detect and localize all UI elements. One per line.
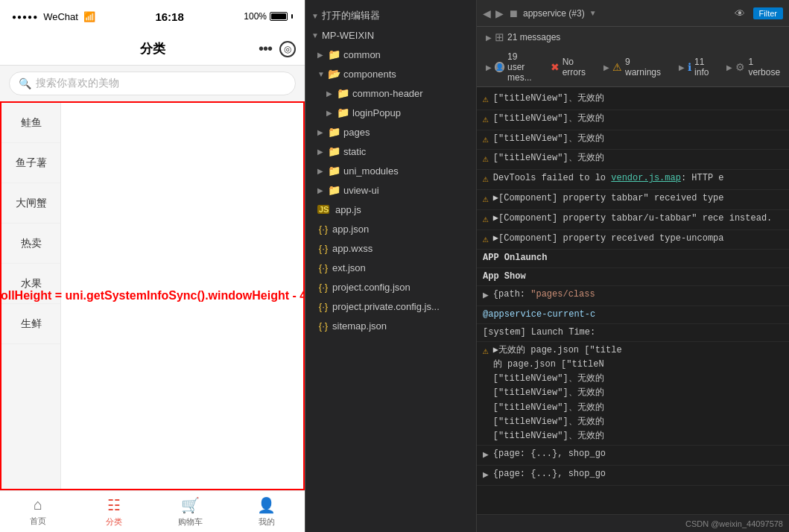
tree-folder-loginpopup[interactable]: ▶ 📁 loginPopup xyxy=(305,103,476,122)
category-item-yuzishu[interactable]: 鱼子薯 xyxy=(1,143,60,183)
scan-icon[interactable]: ◎ xyxy=(279,41,296,57)
carrier-label: WeChat xyxy=(43,11,78,22)
category-item-remao[interactable]: 热卖 xyxy=(1,224,60,264)
tree-file-appjs[interactable]: JS app.js xyxy=(305,200,476,219)
folder-icon: 📁 xyxy=(337,107,349,118)
warnings[interactable]: ▶ ⚠ 9 warnings xyxy=(601,55,664,79)
tree-uni-modules-label: uni_modules xyxy=(343,165,399,177)
tree-folder-common-header[interactable]: ▶ 📁 common-header xyxy=(305,83,476,103)
tree-folder-uni-modules[interactable]: ▶ 📁 uni_modules xyxy=(305,161,476,180)
console-text: APP Onlaunch xyxy=(483,251,547,265)
chevron-right-icon: ▶ xyxy=(317,167,325,175)
tree-projectprivate-label: project.private.config.js... xyxy=(332,301,440,312)
expand-icon: ▶ xyxy=(483,448,489,463)
info-label: 11 info xyxy=(694,57,709,77)
category-label: 热卖 xyxy=(21,237,42,250)
info-count[interactable]: ▶ ℹ 11 info xyxy=(676,55,712,79)
search-box[interactable]: 🔍 搜索你喜欢的美物 xyxy=(9,72,296,95)
tab-mine[interactable]: 👤 我的 xyxy=(229,496,305,528)
tree-appjson-label: app.json xyxy=(332,224,369,235)
source-map-link[interactable]: vendor.js.map xyxy=(611,173,681,183)
tab-cart[interactable]: 🛒 购物车 xyxy=(153,496,229,528)
warning-icon: ⚠ xyxy=(612,61,622,73)
category-main xyxy=(61,103,303,489)
tree-uview-ui-label: uview-ui xyxy=(343,185,379,196)
status-battery: 100% xyxy=(244,11,293,22)
warning-icon: ⚠ xyxy=(483,192,489,208)
console-text: ["titleNView"]、无效的 xyxy=(493,151,604,165)
category-label: 鱼子薯 xyxy=(16,156,47,170)
tab-home[interactable]: ⌂ 首页 xyxy=(0,496,76,527)
tree-file-sitemap[interactable]: {·} sitemap.json xyxy=(305,316,476,335)
console-text: ▶[Component] property received type-unco… xyxy=(493,232,724,246)
tree-folder-pages[interactable]: ▶ 📁 pages xyxy=(305,122,476,142)
console-line: ⚠ ["titleNView"]、无效的 xyxy=(477,150,789,170)
category-label: 大闸蟹 xyxy=(16,197,47,210)
phone-simulator: ●●●●● WeChat 📶 16:18 100% 分类 ••• ◎ 🔍 搜索你… xyxy=(0,0,305,532)
tree-folder-components[interactable]: ▼ 📂 components xyxy=(305,64,476,83)
tree-file-appjson[interactable]: {·} app.json xyxy=(305,219,476,238)
filter-button[interactable]: Filter xyxy=(753,7,783,19)
console-nav-prev[interactable]: ◀ xyxy=(483,7,491,19)
tree-folder-static[interactable]: ▶ 📁 static xyxy=(305,142,476,161)
verbose[interactable]: ▶ ⚙ 1 verbose xyxy=(723,55,783,79)
category-item-yuyu[interactable]: 鲑鱼 xyxy=(1,103,60,143)
total-messages[interactable]: ▶ ⊞ 21 messages xyxy=(483,29,563,45)
tab-category[interactable]: ☷ 分类 xyxy=(76,496,152,528)
json-file-icon: {·} xyxy=(317,301,329,312)
console-stop-icon[interactable]: ⏹ xyxy=(508,7,519,19)
appservice-label: appservice (#3) xyxy=(523,8,585,19)
console-line: ⚠ ▶[Component] property received type-un… xyxy=(477,230,789,250)
folder-icon: 📁 xyxy=(337,87,349,99)
tree-open-editors-label: 打开的编辑器 xyxy=(322,9,380,22)
category-item-shengxian[interactable]: 生鲜 xyxy=(1,304,60,344)
tree-file-extjson[interactable]: {·} ext.json xyxy=(305,258,476,277)
tree-projectconfig-label: project.config.json xyxy=(332,282,411,293)
console-line: [system] Launch Time: xyxy=(477,324,789,342)
console-appservice: @appservice-current-c xyxy=(483,308,595,322)
eye-icon[interactable]: 👁 xyxy=(731,4,749,22)
tree-open-editors[interactable]: ▼ 打开的编辑器 xyxy=(305,6,476,25)
message-counts-bar: ▶ ⊞ 21 messages ▶ 👤 19 user mes... ✖ xyxy=(477,27,789,87)
json-file-icon: {·} xyxy=(317,320,329,332)
warnings-count: 9 warnings xyxy=(625,57,661,77)
info-icon: ℹ xyxy=(688,61,691,73)
user-msg-dot: 👤 xyxy=(495,62,504,72)
tree-file-projectprivate[interactable]: {·} project.private.config.js... xyxy=(305,297,476,316)
wxss-file-icon: {·} xyxy=(317,243,329,254)
category-icon: ☷ xyxy=(107,496,121,514)
console-text: ["titleNView"]、无效的 xyxy=(493,132,604,146)
category-item-shuiguo[interactable]: 水果 xyxy=(1,264,60,304)
grid-icon: ⊞ xyxy=(495,31,504,44)
status-bar: ●●●●● WeChat 📶 16:18 100% xyxy=(0,0,305,33)
json-file-icon: {·} xyxy=(317,224,329,235)
tree-folder-uview-ui[interactable]: ▶ 📁 uview-ui xyxy=(305,180,476,200)
console-text: ▶无效的 page.json ["title的 page.json ["titl… xyxy=(493,343,622,443)
tree-folder-common[interactable]: ▶ 📁 common xyxy=(305,45,476,64)
msg-bar-row: ▶ ⊞ 21 messages xyxy=(477,27,789,48)
tree-mp-weixin[interactable]: ▼ MP-WEIXIN xyxy=(305,25,476,45)
category-item-dahao[interactable]: 大闸蟹 xyxy=(1,183,60,224)
ide-panel: ▼ 打开的编辑器 ▼ MP-WEIXIN ▶ 📁 common ▼ 📂 comp… xyxy=(305,0,789,532)
warning-icon: ⚠ xyxy=(483,152,489,168)
tab-home-label: 首页 xyxy=(30,516,46,527)
tree-file-appwxss[interactable]: {·} app.wxss xyxy=(305,238,476,258)
tree-file-projectconfig[interactable]: {·} project.config.json xyxy=(305,277,476,297)
console-nav-next[interactable]: ▶ xyxy=(495,7,504,19)
mine-icon: 👤 xyxy=(257,496,276,514)
chevron-down-icon: ▼ xyxy=(317,70,325,78)
console-text: {page: {...}, shop_go xyxy=(493,447,606,461)
tree-appwxss-label: app.wxss xyxy=(332,243,373,254)
more-icon[interactable]: ••• xyxy=(259,40,272,57)
no-errors[interactable]: ✖ No errors xyxy=(548,55,589,79)
search-placeholder: 搜索你喜欢的美物 xyxy=(36,77,119,90)
console-line: ▶ {path: "pages/class xyxy=(477,286,789,306)
folder-icon: 📁 xyxy=(328,48,340,60)
dropdown-arrow-icon[interactable]: ▼ xyxy=(589,9,597,17)
battery-percent: 100% xyxy=(244,11,267,22)
user-messages[interactable]: ▶ 👤 19 user mes... xyxy=(483,50,536,84)
expand-icon: ▶ xyxy=(483,288,489,304)
console-line: ⚠ ▶[Component] property tabbar/u-tabbar"… xyxy=(477,210,789,230)
user-msg-count: 19 user mes... xyxy=(507,51,533,83)
nav-actions: ••• ◎ xyxy=(259,40,296,57)
